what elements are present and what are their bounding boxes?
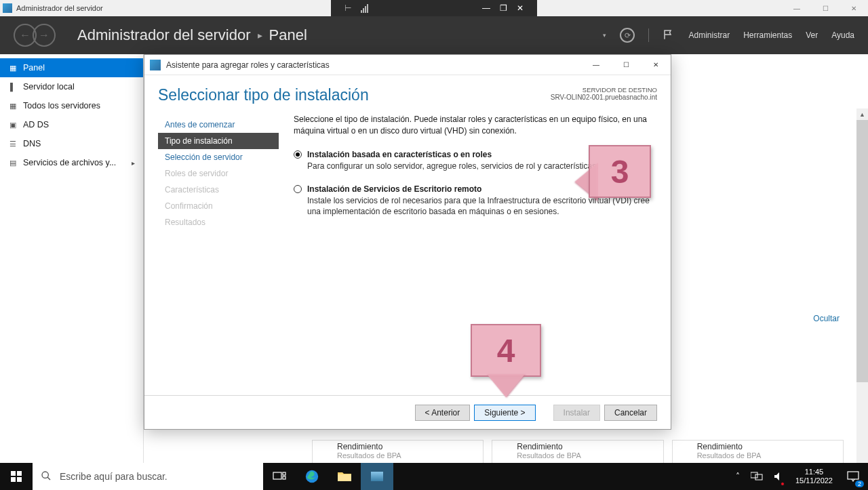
nav-forward-button[interactable]: → (33, 24, 56, 47)
menu-ver[interactable]: Ver (806, 30, 818, 40)
menu-herramientas[interactable]: Herramientas (743, 30, 792, 40)
wizard-titlebar[interactable]: Asistente para agregar roles y caracterí… (144, 55, 671, 75)
wizard-steps-nav: Antes de comenzar Tipo de instalación Se… (158, 114, 279, 369)
taskbar-search-input[interactable]: Escribe aquí para buscar. (33, 463, 263, 490)
scrollbar-thumb[interactable] (856, 120, 868, 382)
scroll-up-arrow[interactable]: ▲ (856, 108, 868, 120)
annotation-callout-3: 3 (589, 145, 651, 198)
clock-time: 11:45 (805, 468, 824, 476)
taskbar-app-server-manager[interactable] (361, 463, 393, 490)
windows-taskbar: Escribe aquí para buscar. ˄ 11:45 15/11/… (0, 463, 868, 490)
ocultar-link[interactable]: Ocultar (813, 314, 840, 323)
wizard-icon (150, 60, 161, 70)
dns-icon: ☰ (8, 139, 18, 148)
vertical-scrollbar[interactable]: ▲ (856, 108, 868, 463)
svg-rect-0 (11, 471, 16, 476)
wizard-close-button[interactable]: ✕ (641, 55, 671, 75)
sidebar-item-label: AD DS (23, 120, 49, 129)
sidebar-item-label: Servidor local (23, 82, 75, 91)
bg-panel-label: Rendimiento (517, 442, 638, 451)
outer-close-button[interactable]: ✕ (840, 0, 868, 16)
windows-logo-icon (11, 471, 22, 482)
sidebar-item-all-servers[interactable]: ▦ Todos los servidores (0, 96, 143, 115)
wizard-minimize-button[interactable]: — (581, 55, 611, 75)
action-center-button[interactable]: 2 (838, 463, 868, 490)
arrow-down-icon (487, 374, 525, 397)
chevron-right-icon: ▸ (258, 30, 262, 41)
radio-unselected-icon[interactable] (294, 185, 302, 193)
sidebar-item-dns[interactable]: ☰ DNS (0, 134, 143, 153)
step-results: Resultados (158, 214, 279, 230)
previous-button[interactable]: < Anterior (415, 405, 471, 421)
sidebar-item-label: DNS (23, 139, 41, 148)
wizard-footer: < Anterior Siguiente > Instalar Cancelar (144, 395, 671, 429)
refresh-icon[interactable]: ⟳ (620, 28, 635, 43)
bg-panel-label: Rendimiento (697, 442, 818, 451)
wizard-intro-text: Seleccione el tipo de instalación. Puede… (294, 114, 657, 138)
sidebar-item-adds[interactable]: ▣ AD DS (0, 115, 143, 134)
divider (648, 28, 649, 42)
step-server-roles: Roles de servidor (158, 165, 279, 182)
radio-selected-icon[interactable] (294, 150, 302, 159)
step-server-selection[interactable]: Selección de servidor (158, 149, 279, 165)
server-manager-icon (3, 3, 12, 13)
tray-displays-icon[interactable] (745, 463, 768, 490)
cancel-button[interactable]: Cancelar (604, 405, 657, 421)
next-button[interactable]: Siguiente > (474, 405, 535, 421)
add-roles-wizard-dialog: Asistente para agregar roles y caracterí… (144, 54, 671, 430)
install-button: Instalar (553, 405, 600, 421)
start-button[interactable] (0, 463, 33, 490)
svg-rect-12 (755, 474, 762, 480)
step-before-you-begin[interactable]: Antes de comenzar (158, 117, 279, 133)
bg-panel-label: Rendimiento (337, 442, 458, 451)
step-confirmation: Confirmación (158, 198, 279, 214)
outer-maximize-button[interactable]: ☐ (811, 0, 840, 16)
error-badge-icon (781, 482, 785, 486)
wizard-title: Asistente para agregar roles y caracterí… (166, 60, 330, 70)
folder-icon (337, 470, 352, 483)
notifications-flag-icon[interactable] (663, 28, 675, 43)
sidebar-item-file-services[interactable]: ▤ Servicios de archivos y... ▸ (0, 153, 143, 172)
svg-rect-3 (17, 477, 22, 482)
wizard-header: Seleccionar tipo de instalación SERVIDOR… (144, 75, 671, 111)
tray-overflow-button[interactable]: ˄ (730, 463, 745, 490)
remote-restore-button[interactable]: ❐ (500, 3, 507, 13)
destination-server-block: SERVIDOR DE DESTINO SRV-OLIN02-001.prueb… (551, 86, 657, 101)
outer-window-titlebar: Administrador del servidor ⊢ — ❐ ✕ — ☐ ✕ (0, 0, 868, 16)
server-icon: ▌ (8, 82, 18, 91)
task-view-button[interactable] (263, 463, 296, 490)
sidebar-item-local-server[interactable]: ▌ Servidor local (0, 77, 143, 96)
remote-connection-bar[interactable]: ⊢ — ❐ ✕ (331, 0, 537, 16)
files-icon: ▤ (8, 158, 18, 167)
menu-administrar[interactable]: Administrar (688, 30, 730, 40)
option-title: Instalación basada en características o … (307, 150, 492, 159)
tray-volume-icon[interactable] (768, 463, 790, 490)
menu-ayuda[interactable]: Ayuda (831, 30, 854, 40)
search-icon (41, 470, 52, 483)
outer-minimize-button[interactable]: — (783, 0, 811, 16)
dropdown-icon[interactable]: ▾ (603, 32, 606, 39)
sidebar-item-label: Todos los servidores (23, 101, 100, 110)
notification-count-badge: 2 (855, 481, 864, 487)
sidebar: ▦ Panel ▌ Servidor local ▦ Todos los ser… (0, 54, 144, 463)
servers-icon: ▦ (8, 101, 18, 110)
sidebar-item-label: Panel (23, 63, 45, 73)
taskbar-clock[interactable]: 11:45 15/11/2022 (790, 468, 838, 485)
bg-panel: Rendimiento Resultados de BPA (492, 440, 663, 463)
step-features: Características (158, 182, 279, 198)
chevron-right-icon: ▸ (132, 159, 135, 167)
svg-rect-8 (283, 476, 285, 479)
sidebar-item-panel[interactable]: ▦ Panel (0, 58, 143, 77)
sidebar-item-label: Servicios de archivos y... (23, 158, 116, 167)
bg-panel-sub: Resultados de BPA (337, 451, 458, 460)
svg-rect-2 (11, 477, 16, 482)
remote-minimize-button[interactable]: — (482, 3, 490, 13)
dashboard-icon: ▦ (8, 63, 18, 73)
taskbar-app-edge[interactable] (296, 463, 328, 490)
bg-panel-sub: Resultados de BPA (697, 451, 818, 460)
remote-close-button[interactable]: ✕ (517, 3, 524, 13)
step-installation-type[interactable]: Tipo de instalación (158, 133, 279, 149)
wizard-maximize-button[interactable]: ☐ (611, 55, 641, 75)
taskbar-app-explorer[interactable] (328, 463, 361, 490)
destination-label: SERVIDOR DE DESTINO (551, 86, 657, 94)
